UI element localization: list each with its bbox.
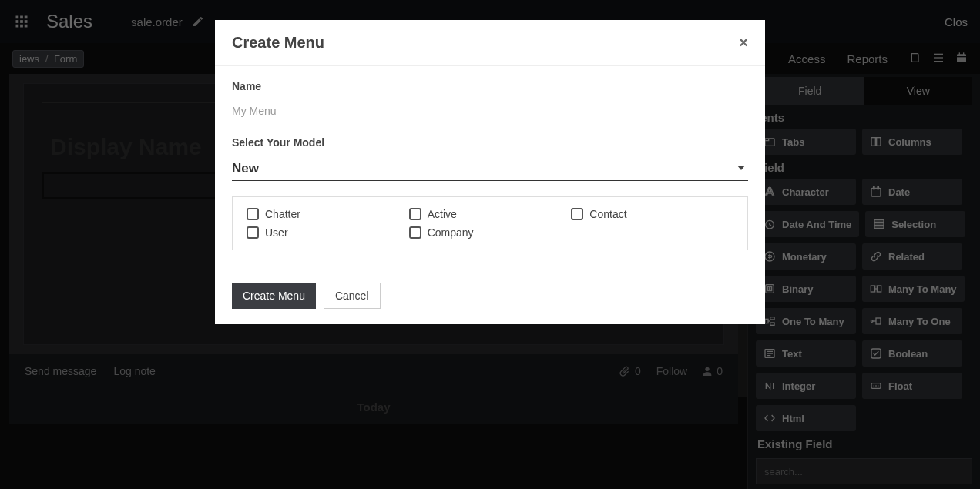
checkbox[interactable] [409,226,421,239]
model-select[interactable]: New [232,156,748,181]
close-icon[interactable]: × [739,34,748,52]
option-label: Contact [589,208,626,220]
option-label: Company [428,226,474,239]
option-label: Active [428,208,457,220]
option-company[interactable]: Company [409,226,572,239]
option-active[interactable]: Active [409,208,572,220]
checkbox[interactable] [571,208,583,220]
checkbox[interactable] [409,208,421,220]
cancel-button[interactable]: Cancel [324,283,381,309]
model-label: Select Your Model [232,136,748,149]
option-contact[interactable]: Contact [571,208,733,220]
modal-title: Create Menu [232,34,324,52]
options-box: ChatterActiveContactUserCompany [232,196,748,250]
checkbox[interactable] [247,226,259,239]
option-chatter[interactable]: Chatter [247,208,409,220]
create-menu-modal: Create Menu × Name Select Your Model New… [215,20,765,324]
option-label: Chatter [265,208,300,220]
option-label: User [265,226,288,239]
name-label: Name [232,80,748,92]
option-user[interactable]: User [247,226,409,239]
checkbox[interactable] [247,208,259,220]
create-menu-button[interactable]: Create Menu [232,283,316,309]
name-input[interactable] [232,100,748,122]
